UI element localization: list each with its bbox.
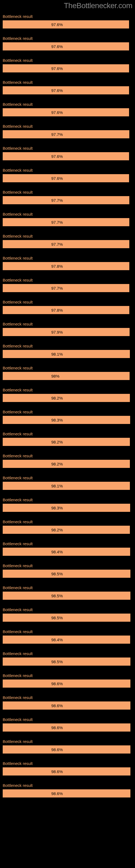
bottleneck-row-label: Bottleneck result [3, 585, 132, 590]
bottleneck-row: Bottleneck result98.4% [3, 541, 132, 556]
bottleneck-row: Bottleneck result98.6% [3, 673, 132, 688]
bottleneck-bar: 98.6% [3, 680, 130, 688]
bottleneck-bar: 98.5% [3, 657, 130, 665]
bottleneck-row: Bottleneck result98.6% [3, 739, 132, 753]
bottleneck-row-label: Bottleneck result [3, 695, 132, 700]
bottleneck-value: 98.5% [3, 659, 63, 664]
bottleneck-row: Bottleneck result97.6% [3, 168, 132, 182]
bottleneck-bar: 98.2% [3, 526, 130, 534]
bottleneck-row: Bottleneck result97.6% [3, 80, 132, 94]
bottleneck-row: Bottleneck result98.4% [3, 629, 132, 644]
bottleneck-bar: 97.7% [3, 240, 129, 248]
bottleneck-row: Bottleneck result97.7% [3, 234, 132, 248]
bottleneck-row-label: Bottleneck result [3, 520, 132, 524]
bottleneck-bar: 97.8% [3, 262, 129, 270]
bottleneck-row: Bottleneck result97.7% [3, 190, 132, 204]
bottleneck-bar: 98.4% [3, 548, 130, 556]
bottleneck-bar: 98.6% [3, 745, 130, 753]
bottleneck-value: 98.6% [3, 747, 63, 752]
bottleneck-row: Bottleneck result98.2% [3, 432, 132, 446]
bottleneck-bar: 98.2% [3, 438, 130, 446]
bottleneck-bar: 97.7% [3, 218, 129, 226]
bottleneck-value: 97.6% [3, 22, 63, 27]
bottleneck-bar: 98.6% [3, 789, 130, 798]
bottleneck-row: Bottleneck result98.6% [3, 783, 132, 798]
bottleneck-bar: 98.2% [3, 460, 130, 468]
bottleneck-value: 97.7% [3, 198, 63, 203]
bottleneck-row-label: Bottleneck result [3, 673, 132, 678]
bottleneck-bar: 97.7% [3, 130, 129, 138]
bottleneck-value: 97.6% [3, 154, 63, 159]
bottleneck-row: Bottleneck result98.5% [3, 585, 132, 600]
bottleneck-value: 98.3% [3, 418, 63, 422]
bottleneck-row-label: Bottleneck result [3, 80, 132, 85]
bottleneck-bar: 98.6% [3, 702, 130, 710]
bottleneck-value: 98.4% [3, 638, 63, 642]
bottleneck-row-label: Bottleneck result [3, 36, 132, 41]
bottleneck-bar: 98.6% [3, 723, 130, 732]
bottleneck-row: Bottleneck result98.3% [3, 410, 132, 424]
bottleneck-row: Bottleneck result98% [3, 366, 132, 380]
bottleneck-row-label: Bottleneck result [3, 234, 132, 239]
bottleneck-row: Bottleneck result97.8% [3, 256, 132, 270]
bottleneck-row-label: Bottleneck result [3, 14, 132, 19]
bottleneck-row: Bottleneck result98.2% [3, 388, 132, 402]
bottleneck-row: Bottleneck result98.6% [3, 695, 132, 710]
bottleneck-bar: 98.2% [3, 394, 130, 402]
bottleneck-value: 97.6% [3, 88, 63, 93]
bottleneck-row-label: Bottleneck result [3, 475, 132, 480]
bottleneck-value: 97.8% [3, 308, 63, 312]
bottleneck-value: 97.9% [3, 330, 63, 335]
bottleneck-value: 98.1% [3, 484, 63, 488]
bottleneck-row-label: Bottleneck result [3, 146, 132, 151]
bottleneck-value: 97.7% [3, 220, 63, 225]
bottleneck-row: Bottleneck result97.7% [3, 278, 132, 292]
bottleneck-value: 98.2% [3, 528, 63, 532]
bottleneck-row-label: Bottleneck result [3, 651, 132, 656]
bottleneck-row: Bottleneck result97.8% [3, 300, 132, 314]
bottleneck-row-label: Bottleneck result [3, 388, 132, 392]
bottleneck-value: 98.2% [3, 440, 63, 444]
bottleneck-row-label: Bottleneck result [3, 629, 132, 634]
bottleneck-value: 97.7% [3, 242, 63, 247]
bottleneck-value: 97.6% [3, 66, 63, 71]
bottleneck-value: 98.6% [3, 725, 63, 730]
bottleneck-bar: 98.1% [3, 350, 130, 358]
bottleneck-value: 97.7% [3, 286, 63, 290]
bottleneck-value: 98.6% [3, 769, 63, 774]
bottleneck-bar: 98.3% [3, 416, 130, 424]
bottleneck-row-label: Bottleneck result [3, 497, 132, 502]
bottleneck-bar: 98.1% [3, 482, 130, 490]
bottleneck-row-label: Bottleneck result [3, 410, 132, 414]
bottleneck-value: 98.3% [3, 506, 63, 510]
bottleneck-value: 98% [3, 374, 59, 378]
bottleneck-bar: 97.6% [3, 42, 129, 51]
bottleneck-row-label: Bottleneck result [3, 739, 132, 744]
bottleneck-row: Bottleneck result97.6% [3, 102, 132, 116]
bottleneck-bar: 98.5% [3, 592, 130, 600]
bottleneck-row-label: Bottleneck result [3, 454, 132, 458]
bottleneck-value: 98.1% [3, 352, 63, 356]
bottleneck-row-label: Bottleneck result [3, 432, 132, 436]
bottleneck-value: 98.4% [3, 550, 63, 554]
bottleneck-row: Bottleneck result98.5% [3, 607, 132, 622]
bottleneck-value: 98.6% [3, 791, 63, 796]
bottleneck-row-label: Bottleneck result [3, 563, 132, 568]
bottleneck-bar: 97.7% [3, 196, 129, 204]
bottleneck-value: 98.5% [3, 571, 63, 576]
bottleneck-row: Bottleneck result98.6% [3, 717, 132, 732]
bottleneck-value: 98.5% [3, 593, 63, 598]
bottleneck-row: Bottleneck result97.6% [3, 146, 132, 160]
page-header: TheBottlenecker.com [0, 0, 135, 14]
bottleneck-row: Bottleneck result98.1% [3, 475, 132, 490]
bottleneck-value: 97.6% [3, 176, 63, 181]
bottleneck-row-label: Bottleneck result [3, 541, 132, 546]
bottleneck-row: Bottleneck result98.5% [3, 563, 132, 578]
bottleneck-row-label: Bottleneck result [3, 761, 132, 766]
bottleneck-bar: 98.4% [3, 636, 130, 644]
bottleneck-row: Bottleneck result97.7% [3, 212, 132, 226]
bottleneck-row-label: Bottleneck result [3, 124, 132, 129]
bottleneck-bar: 98% [3, 372, 130, 380]
bottleneck-bar: 97.6% [3, 20, 129, 29]
bottleneck-row-label: Bottleneck result [3, 344, 132, 348]
